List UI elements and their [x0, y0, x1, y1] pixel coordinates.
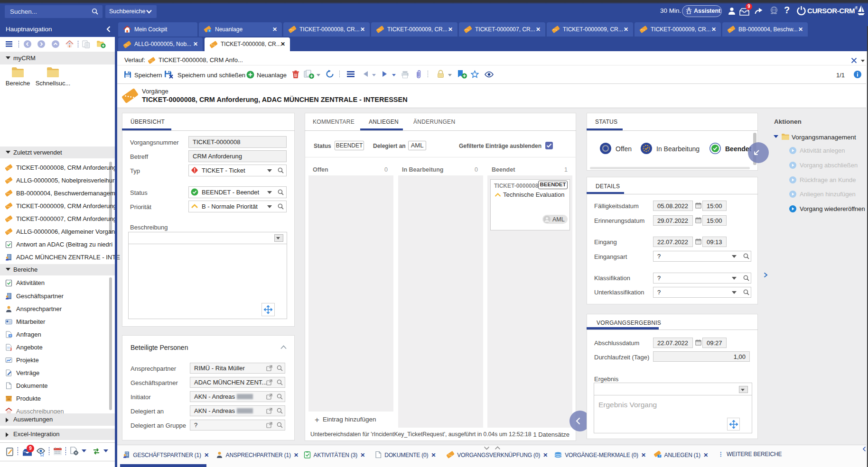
svg-text:?: ?	[208, 29, 210, 32]
